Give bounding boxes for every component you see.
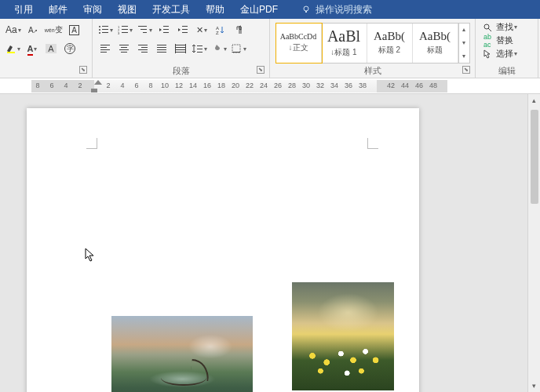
- svg-rect-34: [119, 49, 129, 50]
- ruler-tick: 32: [316, 82, 324, 89]
- margin-mark-top-left: [86, 138, 97, 149]
- menu-kingsoft-pdf[interactable]: 金山PDF: [232, 0, 286, 19]
- font-dialog-launcher[interactable]: ⬊: [79, 66, 87, 74]
- shading-button[interactable]: ▾: [210, 40, 228, 57]
- styles-expand[interactable]: ▾: [459, 49, 469, 63]
- asian-layout-button[interactable]: ✕▾: [193, 21, 210, 38]
- menu-mailings[interactable]: 邮件: [41, 0, 75, 19]
- ruler-tick: 4: [64, 82, 68, 89]
- menu-developer[interactable]: 开发工具: [144, 0, 198, 19]
- character-shading-button[interactable]: A: [42, 40, 60, 57]
- svg-rect-16: [122, 32, 128, 33]
- svg-rect-37: [141, 47, 148, 48]
- svg-rect-39: [141, 52, 148, 53]
- align-distributed-button[interactable]: [172, 40, 189, 57]
- select-icon: [482, 49, 493, 59]
- editing-group-label: 编辑: [479, 65, 535, 78]
- svg-rect-52: [197, 52, 202, 53]
- svg-rect-30: [100, 49, 110, 50]
- tell-me-search[interactable]: 操作说明搜索: [301, 3, 372, 16]
- styles-gallery-more: ▴ ▾ ▾: [458, 24, 469, 63]
- svg-point-9: [99, 32, 100, 34]
- bullets-button[interactable]: ▾: [97, 21, 115, 38]
- multilevel-list-button[interactable]: ▾: [136, 21, 154, 38]
- menu-review[interactable]: 审阅: [75, 0, 110, 19]
- find-icon: [482, 23, 493, 32]
- find-button[interactable]: 查找▾: [479, 20, 520, 34]
- ruler-tick: 20: [232, 82, 239, 89]
- first-line-indent-marker[interactable]: [94, 80, 102, 85]
- change-case-button[interactable]: A↗: [24, 21, 42, 38]
- ruler-horizontal[interactable]: 8642246810121416182022242628303234363842…: [0, 78, 540, 94]
- increase-indent-button[interactable]: [174, 21, 192, 38]
- phonetic-guide-button[interactable]: wén变: [43, 21, 64, 38]
- decrease-indent-button[interactable]: [155, 21, 173, 38]
- svg-rect-29: [100, 47, 107, 48]
- styles-scroll-up[interactable]: ▴: [459, 24, 469, 37]
- svg-rect-41: [157, 47, 166, 48]
- ruler-tick: 48: [429, 82, 437, 89]
- ruler-tick: 22: [246, 82, 254, 89]
- menu-help[interactable]: 帮助: [198, 0, 232, 19]
- svg-rect-35: [121, 52, 127, 53]
- grow-font-button[interactable]: Aa▾: [4, 21, 23, 38]
- page[interactable]: [27, 108, 419, 392]
- line-spacing-button[interactable]: ▾: [191, 40, 209, 57]
- ruler-tick: 4: [120, 82, 124, 89]
- replace-button[interactable]: abac 替换: [479, 34, 520, 47]
- image-tulips[interactable]: [292, 282, 394, 390]
- text-highlight-button[interactable]: ▾: [4, 40, 22, 57]
- scroll-down-button[interactable]: ▾: [528, 379, 540, 392]
- svg-rect-48: [175, 44, 176, 53]
- scroll-up-button[interactable]: ▴: [528, 94, 540, 107]
- svg-text:↗: ↗: [33, 28, 38, 34]
- style-heading1[interactable]: AaBl ↓标题 1: [322, 24, 367, 63]
- svg-point-0: [304, 6, 308, 11]
- select-button[interactable]: 选择▾: [479, 47, 520, 60]
- menu-references[interactable]: 引用: [6, 0, 41, 19]
- menu-view[interactable]: 视图: [110, 0, 144, 19]
- align-center-button[interactable]: [115, 40, 133, 57]
- ruler-tick: 12: [175, 82, 183, 89]
- align-right-button[interactable]: [134, 40, 151, 57]
- svg-rect-4: [7, 52, 15, 53]
- align-left-button[interactable]: [97, 40, 114, 57]
- scroll-thumb[interactable]: [531, 110, 538, 204]
- styles-dialog-launcher[interactable]: ⬊: [462, 66, 470, 74]
- svg-rect-38: [138, 49, 148, 50]
- style-title[interactable]: AaBb( 标题: [413, 24, 458, 63]
- font-color-button[interactable]: A▾: [24, 40, 41, 57]
- sort-button[interactable]: AZ: [212, 21, 229, 38]
- ruler-tick: 42: [387, 82, 395, 89]
- ruler-tick: 2: [78, 82, 82, 89]
- borders-button[interactable]: ▾: [230, 40, 248, 57]
- svg-rect-53: [232, 45, 240, 53]
- character-border-button[interactable]: A: [66, 21, 83, 38]
- hanging-indent-marker[interactable]: [91, 89, 97, 93]
- svg-rect-45: [176, 47, 185, 48]
- style-heading2[interactable]: AaBb( 标题 2: [367, 24, 413, 63]
- svg-rect-47: [176, 52, 185, 53]
- tell-me-label: 操作说明搜索: [316, 3, 372, 16]
- svg-rect-10: [102, 32, 108, 33]
- style-normal[interactable]: AaBbCcDd ↓正文: [276, 24, 322, 63]
- align-justify-button[interactable]: [153, 40, 170, 57]
- svg-rect-49: [185, 44, 186, 53]
- ruler-tick: 26: [274, 82, 282, 89]
- svg-rect-12: [122, 26, 128, 27]
- ruler-tick: 6: [49, 82, 53, 89]
- svg-point-5: [99, 26, 100, 27]
- svg-rect-1: [305, 11, 307, 13]
- numbering-button[interactable]: 123▾: [116, 21, 134, 38]
- svg-rect-31: [100, 52, 107, 53]
- image-boat-lake[interactable]: [111, 316, 253, 392]
- show-hide-marks-button[interactable]: [231, 21, 248, 38]
- margin-mark-top-right: [367, 138, 378, 149]
- vertical-scrollbar: ▴ ▾: [527, 94, 540, 392]
- svg-rect-14: [122, 29, 128, 30]
- styles-scroll-down[interactable]: ▾: [459, 36, 469, 49]
- paragraph-dialog-launcher[interactable]: ⬊: [257, 66, 265, 74]
- enclose-characters-button[interactable]: 字: [61, 40, 78, 57]
- ruler-tick: 36: [345, 82, 352, 89]
- svg-rect-40: [157, 45, 166, 45]
